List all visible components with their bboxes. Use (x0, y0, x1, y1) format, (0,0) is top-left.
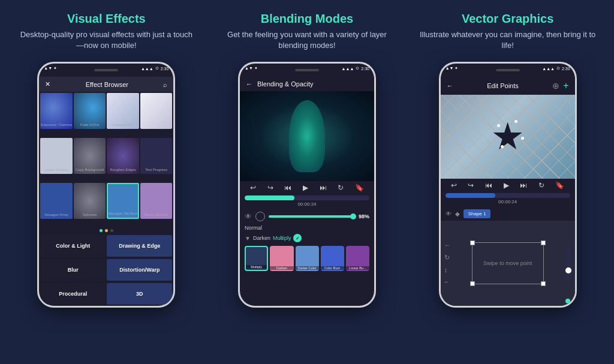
blend-thumb-darker-color[interactable]: Darker Color (296, 246, 319, 271)
blend-thumb-color-burn-label: Color Burn (321, 266, 344, 270)
phone3-fake-sim: ▲▼ ✦ (446, 66, 459, 71)
phone1-wrapper: ▲▼ ✦ ▲▲▲ ⊙ 2:30 ✕ Effect Browser ⌕ (37, 62, 175, 308)
effect-cell-hexarray[interactable]: Hexagon Array (40, 183, 73, 219)
effect-cell-spherize[interactable]: Spherize (74, 183, 106, 219)
effect-label-fade: Fade In/Out (80, 123, 100, 127)
dot-indicator (39, 227, 173, 234)
edit-track[interactable] (446, 193, 570, 198)
check-circle[interactable]: ✓ (293, 234, 302, 242)
bookmark-icon[interactable]: 🔖 (355, 183, 364, 192)
phone3-signal: ▲▲▲ (542, 67, 555, 71)
opacity-fill (269, 215, 353, 218)
blend-thumb-color-burn[interactable]: Color Burn (321, 246, 344, 271)
phone1-signal: ▲▲▲ (141, 67, 154, 71)
phone1-wifi: ⊙ (155, 66, 159, 71)
phone2-wrapper: ▲▼ ✦ ▲▲▲ ⊙ 2:30 ← Blending & Opacity (238, 62, 376, 308)
edit-rewind-icon[interactable]: ⏮ (485, 181, 492, 189)
redo-icon[interactable]: ↪ (267, 183, 273, 192)
edit-header-actions: ⊕ + (552, 80, 568, 91)
effect-cell-roughen[interactable]: Roughen Edges (107, 138, 139, 174)
edit-canvas-area: ← ↻ ↕ − Swipe to move point (441, 221, 575, 306)
phone3-wifi: ⊙ (556, 66, 560, 71)
dot2 (105, 229, 108, 232)
search-icon[interactable]: ⌕ (163, 81, 167, 88)
edit-back-icon[interactable]: ← (447, 82, 453, 89)
timeline-track[interactable] (245, 195, 369, 200)
phone1-top-bar: ▲▼ ✦ ▲▲▲ ⊙ 2:30 (39, 64, 173, 77)
opacity-track[interactable] (269, 215, 355, 218)
edit-flip-icon[interactable]: ↕ (444, 266, 451, 273)
effect-cell-fade[interactable]: Fade In/Out (74, 93, 106, 129)
blend-video-person (240, 91, 374, 181)
edit-diamond-icon: ◆ (455, 210, 460, 217)
puzzle-bg (441, 95, 575, 179)
blend-thumb-multiply-label: Multiply (246, 265, 267, 269)
effect-cell-linear[interactable]: Linear Streaks (40, 138, 73, 174)
cat-blur[interactable]: Blur (40, 259, 106, 281)
edit-controls: ↩ ↪ ⏮ ▶ ⏭ ↻ 🔖 (441, 179, 575, 192)
blending-modes-desc: Get the feeling you want with a variety … (217, 29, 397, 51)
effect-cell-gaussian[interactable]: Gaussian Bl... (107, 93, 139, 129)
edit-left-back-icon[interactable]: ← (444, 242, 451, 249)
phone3-top-bar: ▲▼ ✦ ▲▲▲ ⊙ 2:30 (441, 64, 575, 77)
blend-thumb-multiply[interactable]: Multiply (245, 246, 268, 271)
effect-cell-block[interactable]: Block Dissolve (140, 183, 173, 219)
phone3: ▲▼ ✦ ▲▲▲ ⊙ 2:30 ← Edit Points ⊕ + (439, 62, 577, 308)
forward-icon[interactable]: ⏭ (320, 183, 327, 192)
effect-cell-copy[interactable]: Copy Background (74, 138, 106, 174)
blend-back-icon[interactable]: ← (246, 80, 252, 88)
cat-drawing-edge[interactable]: Drawing & Edge (107, 235, 172, 257)
edit-loop-icon[interactable]: ↻ (538, 181, 544, 189)
eye-icon[interactable]: 👁 (245, 212, 252, 221)
edit-undo-icon[interactable]: ↩ (451, 181, 457, 189)
edit-shape-row: 👁 ◆ Shape 1 (441, 207, 575, 221)
edit-play-icon[interactable]: ▶ (504, 181, 509, 189)
edit-redo-icon[interactable]: ↪ (468, 181, 474, 189)
edit-puzzle-area (441, 95, 575, 179)
edit-forward-icon[interactable]: ⏭ (520, 181, 527, 189)
edit-circle-arrows-icon[interactable]: ⊕ (552, 81, 559, 91)
blending-modes-title: Blending Modes (217, 12, 397, 26)
edit-bookmark-icon[interactable]: 🔖 (555, 181, 564, 189)
close-icon[interactable]: ✕ (45, 80, 50, 88)
edit-header: ← Edit Points ⊕ + (441, 77, 575, 95)
edit-minus-icon[interactable]: − (444, 278, 451, 285)
blend-thumb-linear-bu[interactable]: Linear Bu... (346, 246, 369, 271)
cat-distortion[interactable]: Distortion/Warp (107, 259, 172, 281)
phone3-wrapper: ▲▼ ✦ ▲▲▲ ⊙ 2:30 ← Edit Points ⊕ + (439, 62, 577, 308)
cat-color-light[interactable]: Color & Light (40, 235, 106, 257)
effect-label-roughen: Roughen Edges (110, 168, 136, 172)
undo-icon[interactable]: ↩ (250, 183, 256, 192)
edit-plus-icon[interactable]: + (563, 80, 568, 91)
effect-cell-exposure[interactable]: Exposure / Gamma (40, 93, 73, 129)
blend-thumb-darken[interactable]: Darken (270, 246, 293, 271)
rewind-icon[interactable]: ⏮ (284, 183, 291, 192)
edit-rotate-icon[interactable]: ↻ (444, 254, 451, 261)
feature-visual-effects: Visual Effects Desktop-quality pro visua… (16, 12, 196, 51)
category-row-2: Blur Distortion/Warp (39, 258, 173, 282)
play-icon[interactable]: ▶ (303, 183, 308, 192)
feature-blending-modes: Blending Modes Get the feeling you want … (217, 12, 397, 51)
effect-cell-text[interactable]: Text Progress (140, 138, 173, 174)
cat-procedural[interactable]: Procedural (40, 283, 106, 305)
edit-canvas-box[interactable]: Swipe to move point (472, 242, 544, 284)
effect-cell-4[interactable] (140, 93, 173, 129)
handle-br (541, 281, 546, 286)
multiply-badge[interactable]: Multiply (273, 235, 291, 241)
opacity-percent: 98% (359, 213, 369, 219)
phone2-signal: ▲▲▲ (342, 67, 354, 71)
effect-cell-hextile[interactable]: Hexagon Tile Burn (107, 183, 139, 219)
shape-label-btn[interactable]: Shape 1 (463, 209, 491, 218)
phone3-time: 2:30 (562, 67, 570, 71)
phone1-time: 2:30 (161, 67, 169, 71)
loop-icon[interactable]: ↻ (338, 183, 344, 192)
darken-label: Darken (253, 235, 270, 241)
blend-arrow-left: ▼ (245, 235, 251, 242)
phone2-screen: ← Blending & Opacity ↩ ↪ ⏮ ▶ ⏭ ↻ (240, 77, 374, 306)
cat-3d[interactable]: 3D (107, 283, 172, 305)
person-silhouette (289, 100, 325, 172)
edit-slider-track[interactable] (567, 245, 570, 281)
phone1-status: ▲▲▲ ⊙ 2:30 (141, 66, 168, 71)
timeline-bar: 00:00:24 (240, 194, 374, 209)
edit-eye-icon[interactable]: 👁 (446, 210, 452, 217)
